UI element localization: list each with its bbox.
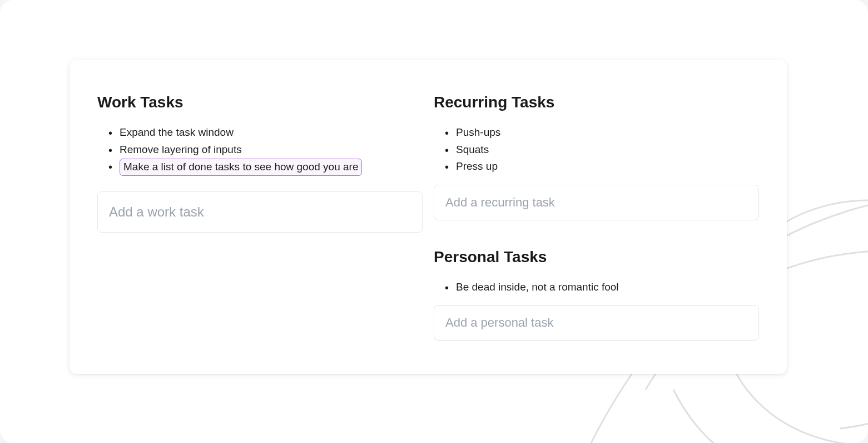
work-tasks-list: Expand the task window Remove layering o… <box>97 125 423 176</box>
personal-tasks-title: Personal Tasks <box>434 248 759 266</box>
work-tasks-title: Work Tasks <box>97 93 423 111</box>
left-column: Work Tasks Expand the task window Remove… <box>97 93 428 341</box>
task-label: Expand the task window <box>120 126 234 138</box>
task-item[interactable]: Squats <box>456 142 759 158</box>
task-label: Be dead inside, not a romantic fool <box>456 281 619 293</box>
work-task-input[interactable] <box>97 191 423 233</box>
recurring-tasks-title: Recurring Tasks <box>434 93 759 111</box>
task-label: Push-ups <box>456 126 500 138</box>
task-label: Squats <box>456 144 489 155</box>
recurring-tasks-list: Push-ups Squats Press up <box>434 125 759 175</box>
task-item[interactable]: Push-ups <box>456 125 759 141</box>
personal-tasks-section: Personal Tasks Be dead inside, not a rom… <box>434 248 759 341</box>
task-label-highlighted: Make a list of done tasks to see how goo… <box>120 159 362 176</box>
task-item[interactable]: Press up <box>456 159 759 175</box>
task-label: Press up <box>456 160 498 172</box>
task-item[interactable]: Make a list of done tasks to see how goo… <box>120 159 423 176</box>
recurring-task-input[interactable] <box>434 185 759 220</box>
recurring-tasks-section: Recurring Tasks Push-ups Squats Press up <box>434 93 759 220</box>
task-item[interactable]: Remove layering of inputs <box>120 142 423 158</box>
personal-task-input[interactable] <box>434 305 759 341</box>
page-container: Work Tasks Expand the task window Remove… <box>0 0 868 443</box>
tasks-card: Work Tasks Expand the task window Remove… <box>70 60 787 374</box>
task-item[interactable]: Be dead inside, not a romantic fool <box>456 279 759 296</box>
task-item[interactable]: Expand the task window <box>120 125 423 141</box>
task-label: Remove layering of inputs <box>120 144 242 155</box>
personal-tasks-list: Be dead inside, not a romantic fool <box>434 279 759 296</box>
work-tasks-section: Work Tasks Expand the task window Remove… <box>97 93 423 233</box>
right-column: Recurring Tasks Push-ups Squats Press up… <box>428 93 759 341</box>
